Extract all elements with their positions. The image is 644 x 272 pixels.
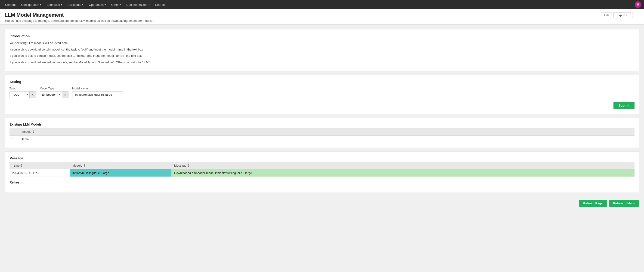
table-row: 1 llama3 (10, 135, 634, 143)
nav-examples[interactable]: Examples ▾ (44, 2, 64, 8)
chevron-down-icon: ▾ (61, 4, 62, 6)
model-type-select-wrapper: Embedder LLM ▾ ✕ (40, 91, 68, 98)
header-actions: Edit Export ▾ ··· (601, 12, 639, 18)
row-number: 1 (10, 135, 19, 143)
model-name-field-group: Model Name (72, 87, 123, 98)
intro-line-2: If you wish to download certain model, s… (10, 47, 634, 52)
submit-row: Submit (10, 102, 634, 109)
intro-line-3: If you wish to delete certain model, set… (10, 54, 634, 58)
external-link-icon: ↗ (148, 3, 150, 6)
submit-button[interactable]: Submit (614, 102, 634, 109)
nav-search[interactable]: Search (153, 2, 167, 8)
bottom-actions: Refresh Page Return to Menu (5, 197, 639, 209)
nav-documentation[interactable]: Documentation ↗ (124, 2, 152, 8)
message-title: Message (10, 156, 634, 160)
chevron-down-icon: ▾ (120, 4, 121, 6)
intro-line-1: Your existing LLM models will be listed … (10, 41, 634, 45)
model-name-label: Model Name (72, 87, 123, 90)
col-models-header[interactable]: Models ⇕ (19, 128, 634, 135)
refresh-label: Refresh (10, 181, 634, 184)
existing-models-title: Existing LLM Models (10, 122, 634, 126)
msg-time: 2024-07-17 11:11:36 (10, 169, 70, 177)
existing-models-table: Models ⇕ 1 llama3 (10, 128, 634, 143)
nav-other[interactable]: Other ▾ (109, 2, 123, 8)
intro-line-4: If you wish to download embedding models… (10, 60, 634, 65)
task-select[interactable]: PULL DELETE (10, 91, 25, 98)
setting-title: Setting (10, 80, 634, 84)
message-table: _time ⇕ Models ⇕ Message ⇕ 2024-07-17 11… (10, 162, 634, 177)
model-type-clear-button[interactable]: ✕ (62, 91, 68, 98)
message-card: Message _time ⇕ Models ⇕ Message ⇕ (5, 152, 639, 193)
model-type-label: Model Type (40, 87, 68, 90)
model-name-input[interactable] (72, 91, 123, 98)
nav-assistants[interactable]: Assistants ▾ (65, 2, 86, 8)
msg-model: intfloat/multilingual-e5-large (70, 169, 172, 177)
nav-operations[interactable]: Operations ▾ (86, 2, 108, 8)
model-type-dropdown-arrow: ▾ (58, 93, 62, 96)
task-select-wrapper: PULL DELETE ▾ ✕ (10, 91, 36, 98)
nav-configuration[interactable]: Configuration ▾ (19, 2, 44, 8)
msg-message: Downloaded embedder model intfloat/multi… (172, 169, 634, 177)
model-type-select[interactable]: Embedder LLM (40, 91, 58, 98)
page-title: LLM Model Management (5, 12, 153, 18)
task-clear-button[interactable]: ✕ (30, 91, 36, 98)
page-header: LLM Model Management You can use this pa… (0, 9, 644, 25)
chevron-down-icon: ▾ (104, 4, 106, 6)
page-subtitle: You can use this page to manage, downloa… (5, 19, 153, 23)
return-to-menu-button[interactable]: Return to Menu (609, 200, 639, 207)
col-models-header[interactable]: Models ⇕ (70, 162, 172, 169)
navbar: Content Configuration ▾ Examples ▾ Assis… (0, 0, 644, 9)
nav-content[interactable]: Content (3, 2, 18, 8)
setting-row: Task PULL DELETE ▾ ✕ Model Type Embedder… (10, 87, 634, 98)
introduction-title: Introduction (10, 34, 634, 38)
introduction-card: Introduction Your existing LLM models wi… (5, 29, 639, 71)
task-label: Task (10, 87, 36, 90)
setting-card: Setting Task PULL DELETE ▾ ✕ Model Type (5, 75, 639, 114)
existing-models-card: Existing LLM Models Models ⇕ 1 llama3 (5, 118, 639, 148)
col-time-header[interactable]: _time ⇕ (10, 162, 70, 169)
col-message-header[interactable]: Message ⇕ (172, 162, 634, 169)
col-num-header[interactable] (10, 128, 19, 135)
message-header-row: _time ⇕ Models ⇕ Message ⇕ (10, 162, 634, 169)
existing-models-header-row: Models ⇕ (10, 128, 634, 135)
task-field-group: Task PULL DELETE ▾ ✕ (10, 87, 36, 98)
more-options-button[interactable]: ··· (632, 12, 639, 18)
main-content: Introduction Your existing LLM models wi… (0, 25, 644, 214)
edit-button[interactable]: Edit (601, 12, 612, 18)
avatar[interactable]: U (635, 2, 641, 8)
task-dropdown-arrow: ▾ (25, 93, 30, 96)
row-model: llama3 (19, 135, 634, 143)
chevron-down-icon: ▾ (82, 4, 83, 6)
export-button[interactable]: Export ▾ (614, 12, 630, 18)
chevron-down-icon: ▾ (40, 4, 41, 6)
model-type-field-group: Model Type Embedder LLM ▾ ✕ (40, 87, 68, 98)
refresh-page-button[interactable]: Refresh Page (579, 200, 607, 207)
table-row: 2024-07-17 11:11:36 intfloat/multilingua… (10, 169, 634, 177)
